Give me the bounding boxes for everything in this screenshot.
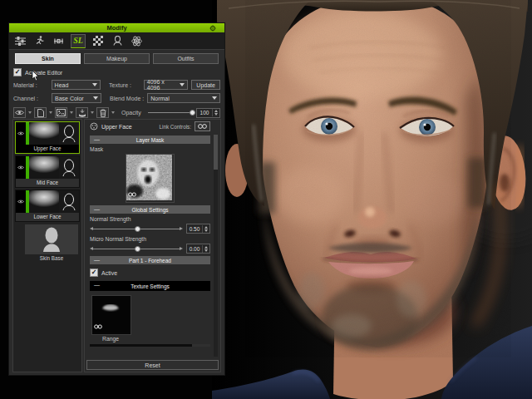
mask-image[interactable] [126, 154, 175, 203]
texture-label: Texture : [109, 82, 140, 88]
dropdown-caret-icon [180, 83, 185, 86]
blend-mode-label: Blend Mode : [110, 96, 144, 101]
section-part1-forehead[interactable]: — Part 1 - Forehead [90, 256, 210, 264]
layer-row-mid-face[interactable]: Mid Face [15, 155, 80, 188]
channel-dropdown[interactable]: Base Color [52, 93, 101, 103]
mode-icon-toolbar: SL [9, 32, 224, 50]
layer-list: Upper Face Mid Face [12, 119, 82, 372]
activate-editor-label: Activate Editor [25, 70, 62, 76]
micro-normal-strength-row: 0.00 [90, 244, 210, 254]
range-label: Range [90, 336, 131, 342]
morph-bone-icon[interactable] [52, 35, 65, 47]
material-texture-row: Material : Head Texture : 4096 x 4096 Up… [9, 78, 224, 91]
vertical-scrollbar[interactable] [214, 135, 218, 357]
spin-down-icon[interactable] [204, 229, 208, 232]
layer-row-upper-face[interactable]: Upper Face [15, 121, 80, 154]
skin-base-thumbnail [25, 224, 78, 254]
active-label: Active [101, 270, 117, 276]
visibility-eye-icon[interactable] [16, 122, 26, 145]
visibility-eye-icon[interactable] [16, 156, 26, 179]
spin-up-icon[interactable] [214, 110, 218, 112]
collapse-button[interactable]: — [94, 135, 100, 144]
active-checkbox[interactable]: ✓ [90, 268, 98, 277]
material-label: Material : [13, 82, 48, 88]
layer-row-skin-base[interactable]: Skin Base [15, 224, 80, 263]
range-texture-thumbnail[interactable] [91, 295, 131, 335]
dropdown-caret-icon[interactable] [70, 111, 73, 114]
dropdown-caret-icon[interactable] [91, 111, 94, 114]
section-layer-mask[interactable]: — Layer Mask [90, 135, 210, 144]
bake-layer-button[interactable] [76, 107, 88, 118]
blend-mode-dropdown[interactable]: Normal [147, 93, 220, 103]
skingen-content: Upper Face Mid Face [12, 119, 221, 372]
layer-label: Upper Face [16, 145, 79, 153]
texture-size-dropdown[interactable]: 4096 x 4096 [144, 80, 189, 90]
tab-outfits[interactable]: Outfits [153, 53, 219, 64]
animation-runner-icon[interactable] [32, 35, 46, 47]
mask-label: Mask [90, 146, 210, 152]
layer-label: Lower Face [16, 213, 79, 221]
collapse-button[interactable]: — [94, 281, 100, 289]
reset-button[interactable]: Reset [86, 360, 219, 370]
tab-makeup[interactable]: Makeup [84, 53, 150, 64]
panel-options-gear-icon[interactable] [209, 25, 216, 32]
texture-checker-icon[interactable] [91, 35, 105, 47]
delete-layer-button[interactable] [96, 107, 109, 118]
mouse-cursor [32, 71, 39, 81]
horizontal-scrollbar[interactable] [90, 344, 210, 347]
collapse-button[interactable]: — [94, 256, 100, 264]
dropdown-caret-icon[interactable] [28, 111, 32, 114]
activate-editor-checkbox[interactable]: ✓ [13, 68, 22, 76]
normal-strength-label: Normal Strength [90, 216, 210, 222]
spin-up-icon[interactable] [204, 226, 208, 229]
link-controls-label: Link Controls: [160, 124, 192, 130]
character-portrait [212, 0, 532, 399]
panel-titlebar[interactable]: Modify [9, 23, 224, 32]
material-dropdown[interactable]: Head [52, 80, 101, 90]
horizontal-scrollbar-thumb[interactable] [90, 344, 192, 347]
update-button[interactable]: Update [191, 80, 220, 90]
skingen-tab-icon[interactable]: SL [71, 34, 86, 48]
adjust-sliders-icon[interactable] [13, 35, 27, 47]
link-controls-button[interactable] [195, 121, 210, 131]
mask-link-icon [128, 185, 136, 200]
layer-face-thumbnail [29, 156, 59, 179]
opacity-slider[interactable] [145, 109, 193, 116]
spin-down-icon[interactable] [204, 249, 208, 252]
micro-normal-strength-slider[interactable] [90, 245, 183, 253]
dropdown-caret-icon[interactable] [111, 111, 115, 114]
layer-visibility-button[interactable] [13, 107, 26, 118]
normal-strength-knob[interactable] [135, 226, 140, 232]
physics-atom-icon[interactable] [130, 35, 143, 47]
opacity-spinbox[interactable]: 100 [196, 108, 220, 118]
micro-normal-strength-knob[interactable] [135, 246, 140, 252]
range-link-icon [94, 318, 102, 332]
spin-down-icon[interactable] [214, 113, 218, 116]
layer-row-lower-face[interactable]: Lower Face [15, 190, 80, 222]
normal-strength-slider[interactable] [90, 225, 183, 233]
modify-panel: Modify SL Skin Makeup Out [8, 22, 225, 376]
layer-face-thumbnail [29, 122, 59, 145]
add-image-layer-button[interactable] [55, 107, 67, 118]
tab-skin[interactable]: Skin [15, 53, 81, 64]
normal-strength-row: 0.50 [90, 224, 210, 234]
section-texture-settings[interactable]: — Texture Settings [90, 281, 210, 291]
spin-up-icon[interactable] [204, 246, 208, 249]
dropdown-caret-icon[interactable] [49, 111, 52, 114]
head-bust-icon[interactable] [111, 35, 124, 47]
micro-normal-strength-spinbox[interactable]: 0.00 [186, 244, 210, 254]
add-layer-button[interactable] [34, 107, 47, 118]
visibility-eye-icon[interactable] [16, 190, 26, 213]
dropdown-caret-icon [212, 96, 217, 100]
micro-normal-strength-label: Micro Normal Strength [90, 236, 210, 242]
layer-mask-thumbnail [59, 122, 79, 145]
opacity-label: Opacity [121, 110, 141, 116]
opacity-slider-knob[interactable] [190, 110, 195, 116]
collapse-button[interactable]: — [94, 205, 100, 214]
section-global-settings[interactable]: — Global Settings [90, 205, 210, 214]
normal-strength-spinbox[interactable]: 0.50 [186, 224, 210, 234]
activate-editor-row: ✓ Activate Editor [9, 66, 224, 78]
properties-title: Upper Face [101, 124, 132, 130]
channel-label: Channel : [13, 96, 48, 101]
vertical-scrollbar-thumb[interactable] [214, 135, 218, 170]
